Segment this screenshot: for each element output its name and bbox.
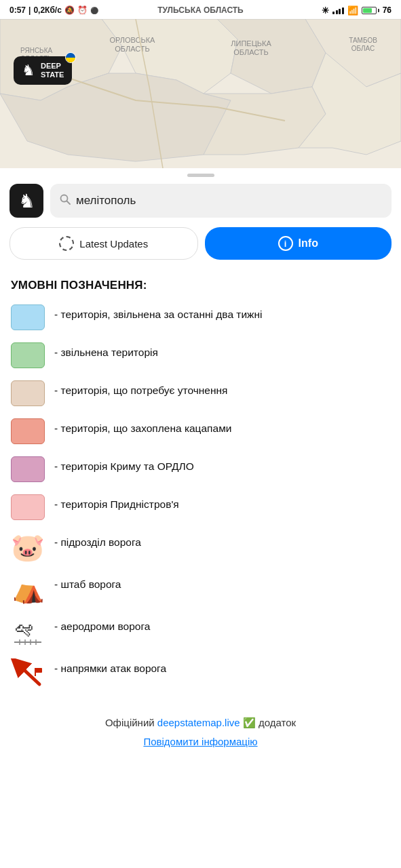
logo-line2: STATE [41, 71, 64, 79]
list-item: 🛩 - аеродроми ворога [11, 616, 390, 646]
list-item: 🐷 - підрозділ ворога [11, 532, 390, 562]
map-logo-overlay: ♞ DEEP STATE [14, 56, 72, 85]
drag-handle[interactable] [187, 174, 214, 177]
logo-line1: DEEP [41, 62, 64, 71]
footer-additional-text: додаток [259, 717, 296, 728]
list-item: - звільнена територія [11, 342, 390, 368]
status-right: ✳ 📶 76 [322, 5, 392, 16]
legend-text-crimea: - територія Криму та ОРДЛО [54, 456, 194, 474]
legend-text-enemy-unit: - підрозділ ворога [54, 532, 141, 550]
enemy-airfield-icon: 🛩 [11, 616, 45, 646]
legend-text-enemy-airfield: - аеродроми ворога [54, 616, 150, 634]
svg-text:ТАМБОВ: ТАМБОВ [349, 37, 377, 44]
svg-text:ОБЛАС: ОБЛАС [351, 45, 375, 52]
network-speed-value: 0,2Кб/с [33, 5, 61, 15]
signal-bars [332, 6, 344, 14]
time: 0:57 [9, 5, 26, 15]
legend-text-enemy-hq: - штаб ворога [54, 574, 121, 592]
search-icon [60, 194, 71, 208]
color-swatch-liberated [11, 342, 45, 368]
footer-verified-badge: ✅ [243, 717, 256, 728]
color-swatch-liberated-recent [11, 304, 45, 330]
battery-icon [362, 7, 379, 14]
legend-text-occupied: - територія, що захоплена кацапами [54, 418, 231, 436]
search-text: мелітополь [76, 194, 136, 208]
battery-percent: 76 [383, 5, 392, 15]
info-icon: i [278, 236, 293, 251]
footer-official-text: Офіційний [105, 717, 155, 728]
legend-text-unclear: - територія, що потребує уточнення [54, 380, 227, 398]
svg-line-10 [67, 201, 71, 205]
map-area[interactable]: РЯНСЬКА ОБЛАСТЬ ОРЛОВСЬКА ОБЛАСТЬ ЛИПЕЦЬ… [0, 19, 401, 168]
footer-official-line: Офіційний deepstatemap.live ✅ додаток [11, 717, 390, 729]
color-swatch-unclear [11, 380, 45, 406]
footer-report-text: Повідомити інформацію [143, 736, 257, 747]
list-item: - територія, що захоплена кацапами [11, 418, 390, 444]
svg-text:ОБЛАСТЬ: ОБЛАСТЬ [115, 45, 150, 53]
list-item: - напрямки атак ворога [11, 658, 390, 688]
list-item: ⛺ - штаб ворога [11, 574, 390, 604]
attack-direction-icon [11, 658, 45, 688]
legend-title: УМОВНІ ПОЗНАЧЕННЯ: [11, 279, 390, 292]
footer: Офіційний deepstatemap.live ✅ додаток По… [0, 707, 401, 754]
svg-line-18 [18, 664, 39, 684]
svg-text:ОРЛОВСЬКА: ОРЛОВСЬКА [110, 36, 156, 44]
list-item: - територія, звільнена за останні два ти… [11, 304, 390, 330]
enemy-hq-icon: ⛺ [11, 574, 45, 604]
latest-updates-icon [59, 236, 74, 251]
color-swatch-occupied [11, 418, 45, 444]
airfield-svg: 🛩 [12, 616, 44, 646]
alarm-icon: 🔕 [64, 5, 75, 15]
color-swatch-crimea [11, 456, 45, 482]
dot-icon: ⚫ [90, 7, 98, 14]
svg-text:РЯНСЬКА: РЯНСЬКА [20, 47, 53, 54]
latest-updates-button[interactable]: Latest Updates [9, 227, 198, 260]
legend-section: УМОВНІ ПОЗНАЧЕННЯ: - територія, звільнен… [0, 269, 401, 707]
legend-text-attack-direction: - напрямки атак ворога [54, 658, 166, 676]
clock-icon: ⏰ [77, 5, 88, 15]
app-logo[interactable]: ♞ [9, 184, 43, 218]
list-item: - територія, що потребує уточнення [11, 380, 390, 406]
info-label: Info [299, 237, 318, 250]
map-knight-icon: ♞ [22, 62, 35, 79]
buttons-row: Latest Updates i Info [0, 224, 401, 269]
info-button[interactable]: i Info [205, 227, 392, 260]
wifi-icon: 📶 [347, 5, 358, 16]
attack-arrow-svg [11, 658, 45, 688]
carrier-name: ТУЛЬСЬКА ОБЛАСТЬ [157, 5, 243, 15]
svg-rect-19 [35, 668, 42, 673]
list-item: - територія Придністров'я [11, 494, 390, 520]
status-bar: 0:57 | 0,2Кб/с 🔕 ⏰ ⚫ ТУЛЬСЬКА ОБЛАСТЬ ✳ … [0, 0, 401, 19]
list-item: - територія Криму та ОРДЛО [11, 456, 390, 482]
legend-text-transnistria: - територія Придністров'я [54, 494, 179, 512]
status-left: 0:57 | 0,2Кб/с 🔕 ⏰ ⚫ [9, 5, 98, 15]
footer-report-link[interactable]: Повідомити інформацію [11, 736, 390, 747]
footer-link-text: deepstatemap.live [157, 717, 240, 728]
svg-text:ЛИПЕЦЬКА: ЛИПЕЦЬКА [231, 39, 271, 47]
network-speed: | [28, 5, 31, 15]
svg-text:ОБЛАСТЬ: ОБЛАСТЬ [233, 48, 269, 56]
enemy-unit-icon: 🐷 [11, 532, 45, 562]
color-swatch-transnistria [11, 494, 45, 520]
search-box[interactable]: мелітополь [50, 184, 392, 218]
svg-text:🛩: 🛩 [14, 618, 33, 639]
footer-link[interactable]: deepstatemap.live [157, 717, 243, 728]
search-container: ♞ мелітополь [0, 181, 401, 224]
legend-text-liberated-recent: - територія, звільнена за останні два ти… [54, 304, 262, 322]
latest-updates-label: Latest Updates [79, 238, 148, 250]
legend-text-liberated: - звільнена територія [54, 342, 158, 360]
bluetooth-icon: ✳ [322, 5, 329, 16]
knight-icon: ♞ [18, 190, 35, 212]
